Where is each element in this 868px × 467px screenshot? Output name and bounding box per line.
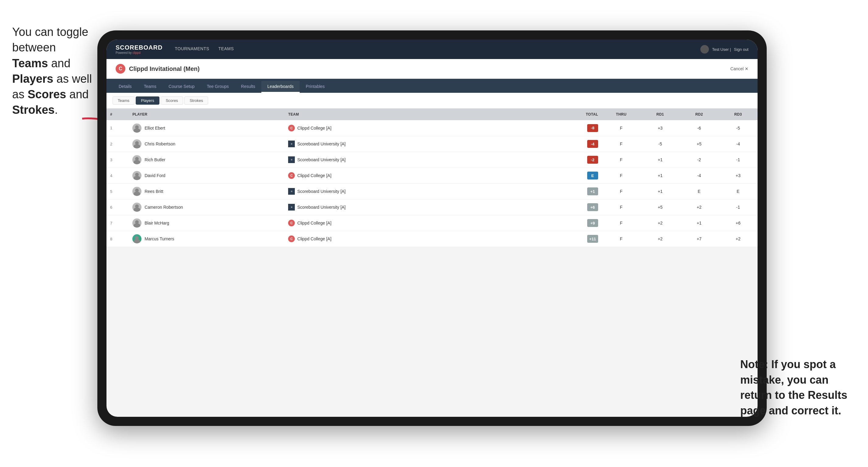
cell-rd2: +2 [680,199,719,215]
cell-team: CClippd College [A] [284,168,552,183]
table-row[interactable]: 8Marcus TurnersCClippd College [A]+11F+2… [106,231,757,247]
total-badge: +11 [587,235,598,243]
cell-rd3: -5 [719,120,757,136]
team-logo: C [288,220,295,226]
team-logo: ≡ [288,156,295,163]
cell-rd1: +1 [641,183,680,199]
tab-printables[interactable]: Printables [300,81,331,93]
cell-rd2: -2 [680,152,719,168]
col-thru: THRU [602,108,641,120]
cell-total: +11 [552,231,602,247]
cell-thru: F [602,183,641,199]
col-team: TEAM [284,108,552,120]
cell-player: Rich Butler [129,152,284,168]
table-row[interactable]: 1Elliot EbertCClippd College [A]-8F+3-6-… [106,120,757,136]
sub-tab-strokes[interactable]: Strokes [184,96,208,105]
cell-player: Blair McHarg [129,215,284,231]
sign-out-link[interactable]: Sign out [734,47,748,52]
player-avatar [132,155,142,164]
sub-tab-bar: Teams Players Scores Strokes [106,93,757,108]
tournament-name: Clippd Invitational (Men) [129,65,199,72]
cell-rd1: +5 [641,199,680,215]
logo-area: SCOREBOARD Powered by clippd [116,44,162,55]
player-name: David Ford [145,173,165,178]
cell-rd3: -4 [719,136,757,152]
cell-team: CClippd College [A] [284,120,552,136]
tablet-screen: SCOREBOARD Powered by clippd TOURNAMENTS… [106,39,757,417]
cell-rank: 7 [106,215,129,231]
cell-total: -2 [552,152,602,168]
total-badge: +9 [587,219,598,227]
tab-details[interactable]: Details [113,81,138,93]
cell-rd3: +3 [719,168,757,183]
tournament-title-area: C Clippd Invitational (Men) [116,64,199,74]
table-row[interactable]: 4David FordCClippd College [A]EF+1-4+3 [106,168,757,183]
cell-rank: 8 [106,231,129,247]
sub-tab-teams[interactable]: Teams [113,96,134,105]
cell-rd1: +2 [641,231,680,247]
tab-tee-groups[interactable]: Tee Groups [201,81,235,93]
tab-results[interactable]: Results [235,81,261,93]
cell-thru: F [602,136,641,152]
team-logo: ≡ [288,204,295,211]
team-name: Clippd College [A] [297,126,331,130]
nav-tournaments[interactable]: TOURNAMENTS [175,46,209,52]
cell-total: E [552,168,602,183]
team-logo: C [288,172,295,179]
cell-rd3: E [719,183,757,199]
col-rd1: RD1 [641,108,680,120]
table-body: 1Elliot EbertCClippd College [A]-8F+3-6-… [106,120,757,247]
total-badge: -2 [587,156,598,164]
cell-player: Chris Robertson [129,136,284,152]
team-name: Clippd College [A] [297,173,331,178]
cancel-button[interactable]: Cancel ✕ [731,66,748,71]
table-row[interactable]: 5Rees Britt≡Scoreboard University [A]+1F… [106,183,757,199]
cell-thru: F [602,120,641,136]
player-name: Marcus Turners [145,237,174,241]
table-row[interactable]: 6Cameron Robertson≡Scoreboard University… [106,199,757,215]
tab-leaderboards[interactable]: Leaderboards [261,81,300,93]
cell-rank: 5 [106,183,129,199]
cell-thru: F [602,215,641,231]
app-logo: SCOREBOARD [116,44,162,51]
team-name: Clippd College [A] [297,221,331,225]
cell-total: +9 [552,215,602,231]
col-rd2: RD2 [680,108,719,120]
tournament-logo: C [116,64,125,74]
tournament-header: C Clippd Invitational (Men) Cancel ✕ [106,59,757,79]
player-avatar [132,124,142,133]
player-avatar [132,139,142,149]
table-row[interactable]: 2Chris Robertson≡Scoreboard University [… [106,136,757,152]
app-header: SCOREBOARD Powered by clippd TOURNAMENTS… [106,39,757,59]
cell-rd1: +1 [641,152,680,168]
sub-tab-scores[interactable]: Scores [161,96,183,105]
cell-thru: F [602,231,641,247]
cell-rank: 6 [106,199,129,215]
cell-team: CClippd College [A] [284,215,552,231]
table-row[interactable]: 7Blair McHargCClippd College [A]+9F+2+1+… [106,215,757,231]
right-annotation: Note: If you spot a mistake, you can ret… [740,357,850,418]
player-avatar [132,171,142,180]
player-name: Cameron Robertson [145,205,183,210]
nav-teams[interactable]: TEAMS [218,46,234,52]
cell-rd3: -1 [719,199,757,215]
cell-rd2: -4 [680,168,719,183]
cell-thru: F [602,199,641,215]
cell-total: -4 [552,136,602,152]
tab-teams[interactable]: Teams [138,81,162,93]
total-badge: +6 [587,203,598,211]
player-name: Blair McHarg [145,221,169,225]
total-badge: -4 [587,140,598,148]
tab-course-setup[interactable]: Course Setup [162,81,201,93]
table-row[interactable]: 3Rich Butler≡Scoreboard University [A]-2… [106,152,757,168]
cell-player: Elliot Ebert [129,120,284,136]
leaderboard-table: # PLAYER TEAM TOTAL THRU RD1 RD2 RD3 1El… [106,108,757,247]
cell-rd2: +7 [680,231,719,247]
cell-rd2: E [680,183,719,199]
cell-rd1: +1 [641,168,680,183]
total-badge: +1 [587,187,598,195]
header-right: Test User | Sign out [700,45,748,54]
player-avatar [132,203,142,212]
sub-tab-players[interactable]: Players [136,96,159,105]
cell-team: ≡Scoreboard University [A] [284,183,552,199]
